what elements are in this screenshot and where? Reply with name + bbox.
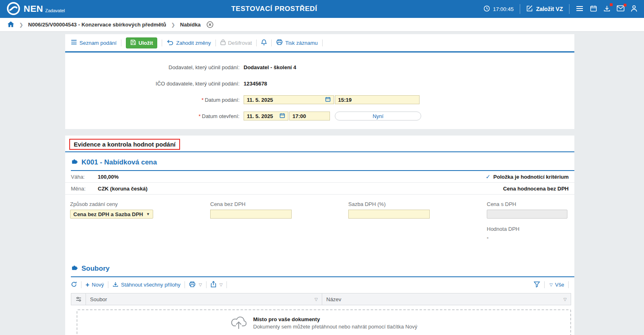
discard-changes-label: Zahodit změny xyxy=(176,40,211,46)
lock-icon xyxy=(220,39,226,46)
calendar-icon[interactable] xyxy=(325,96,331,103)
decrypt-button[interactable]: Dešifrovat xyxy=(220,39,252,46)
create-vz-button[interactable]: Založit VZ xyxy=(526,5,563,13)
price-no-vat-input[interactable] xyxy=(210,210,292,219)
k001-title: K001 - Nabídková cena xyxy=(81,158,157,166)
column-header-file[interactable]: Soubor ▽ xyxy=(86,293,322,305)
weight-value: 100,00% xyxy=(98,174,119,180)
toolbar-divider xyxy=(121,39,121,46)
list-icon xyxy=(71,39,77,46)
app-brand[interactable]: NEN Zadavatel xyxy=(7,2,65,17)
vat-rate-input[interactable] xyxy=(348,210,430,219)
column-filter-icon[interactable]: ▽ xyxy=(563,297,567,302)
k001-section-header: K001 - Nabídková cena xyxy=(65,152,574,170)
now-button[interactable]: Nyní xyxy=(335,112,421,120)
ico-value: 12345678 xyxy=(244,81,267,87)
printer-icon xyxy=(189,281,196,289)
plus-icon: + xyxy=(86,281,89,289)
required-mark: * xyxy=(198,113,200,119)
new-file-button[interactable]: + Nový xyxy=(86,281,104,289)
dropzone-hint: Dokumenty sem můžete přetáhnout nebo nah… xyxy=(253,324,417,330)
decrypt-label: Dešifrovat xyxy=(228,40,252,46)
file-dropzone[interactable]: Místo pro vaše dokumenty Dokumenty sem m… xyxy=(77,309,571,335)
save-button[interactable]: Uložit xyxy=(126,37,157,48)
new-file-label: Nový xyxy=(92,282,104,288)
view-all-label: Vše xyxy=(555,282,564,288)
price-mode-select[interactable]: Cena bez DPH a Sazba DPH ▼ xyxy=(70,210,153,219)
supplier-value: Dodavatel - školení 4 xyxy=(244,64,296,70)
price-with-vat-label: Cena s DPH xyxy=(487,201,574,207)
save-icon xyxy=(130,39,136,46)
price-with-vat-input xyxy=(487,210,567,219)
opening-time-field[interactable]: 17:00 xyxy=(289,112,330,120)
topbar-divider xyxy=(569,4,569,14)
chevron-down-icon: ▽ xyxy=(220,282,223,287)
home-button[interactable] xyxy=(7,21,14,28)
opening-date-field[interactable]: 11. 5. 2025 xyxy=(244,112,288,120)
vat-flag-label: Cena hodnocena bez DPH xyxy=(503,186,569,192)
submission-date-value: 11. 5. 2025 xyxy=(247,97,273,103)
breadcrumb: ❯ N006/25/V00004543 - Konzervace sbírkov… xyxy=(0,18,644,32)
nen-logo-icon xyxy=(7,2,20,17)
toolbar-divider xyxy=(568,281,569,288)
messages-button[interactable] xyxy=(617,5,624,13)
brand-role: Zadavatel xyxy=(45,8,65,13)
download-icon xyxy=(112,281,119,289)
submission-list-label: Seznam podání xyxy=(79,40,116,46)
downloads-button[interactable] xyxy=(603,5,611,13)
check-icon: ✓ xyxy=(486,173,490,180)
toolbar-divider xyxy=(215,39,216,46)
submission-time-value: 15:19 xyxy=(338,97,352,103)
column-settings-button[interactable] xyxy=(71,293,86,305)
topbar-controls: 17:00:45 Založit VZ xyxy=(484,4,637,14)
supplier-label: Dodavatel, který učinil podání: xyxy=(71,64,244,70)
column-filter-icon[interactable]: ▽ xyxy=(314,297,318,302)
toolbar-divider xyxy=(185,281,185,288)
close-tab-button[interactable] xyxy=(207,21,213,28)
discard-changes-button[interactable]: Zahodit změny xyxy=(167,39,211,46)
vat-amount-value: - xyxy=(487,234,574,241)
export-menu-button[interactable]: ▽ xyxy=(211,281,223,289)
environment-title: TESTOVACÍ PROSTŘEDÍ xyxy=(65,5,484,13)
currency-label: Měna: xyxy=(71,186,98,192)
clock-value: 17:00:45 xyxy=(493,6,514,12)
ico-label: IČO dodavatele, který učinil podání: xyxy=(71,81,244,87)
submission-form: Dodavatel, který učinil podání: Dodavate… xyxy=(65,53,574,129)
submission-time-field[interactable]: 15:19 xyxy=(335,95,420,104)
user-icon xyxy=(631,5,637,13)
submission-list-button[interactable]: Seznam podání xyxy=(71,39,116,46)
refresh-button[interactable] xyxy=(71,281,77,289)
currency-value: CZK (koruna česká) xyxy=(98,186,147,192)
calendar-icon[interactable] xyxy=(279,113,285,120)
bell-icon xyxy=(261,39,267,47)
clock-icon xyxy=(484,5,490,13)
print-menu-button[interactable]: ▽ xyxy=(189,281,202,289)
profile-button[interactable] xyxy=(631,5,637,13)
criterion-flag: ✓ Položka je hodnotící kritérium xyxy=(486,173,569,180)
calendar-icon xyxy=(590,5,597,13)
print-record-button[interactable]: Tisk záznamu xyxy=(276,39,318,46)
save-label: Uložit xyxy=(138,40,153,46)
now-button-label: Nyní xyxy=(373,113,384,119)
view-all-filter[interactable]: ▽ Vše xyxy=(549,282,564,288)
puzzle-icon xyxy=(71,158,78,167)
weight-row: Váha: 100,00% ✓ Položka je hodnotící kri… xyxy=(65,171,574,183)
printer-icon xyxy=(276,39,283,46)
submission-date-field[interactable]: 11. 5. 2025 xyxy=(244,95,334,104)
required-mark: * xyxy=(202,97,204,103)
notifications-button[interactable] xyxy=(261,39,267,47)
column-header-name[interactable]: Název ▽ xyxy=(322,293,571,305)
filter-button[interactable] xyxy=(534,281,540,289)
vat-flag: Cena hodnocena bez DPH xyxy=(503,186,569,192)
breadcrumb-project[interactable]: N006/25/V00004543 - Konzervace sbírkovýc… xyxy=(28,22,166,28)
vat-amount-label: Hodnota DPH xyxy=(487,226,574,232)
export-icon xyxy=(211,281,216,289)
breadcrumb-current-tab[interactable]: Nabídka xyxy=(180,22,201,28)
opening-date-label: *Datum otevření: xyxy=(71,113,244,119)
toolbar-divider xyxy=(226,281,227,288)
price-no-vat-label: Cena bez DPH xyxy=(210,201,348,207)
create-vz-label: Založit VZ xyxy=(536,6,563,12)
menu-button[interactable] xyxy=(576,5,584,13)
download-all-button[interactable]: Stáhnout všechny přílohy xyxy=(112,281,180,289)
calendar-button[interactable] xyxy=(590,5,597,13)
